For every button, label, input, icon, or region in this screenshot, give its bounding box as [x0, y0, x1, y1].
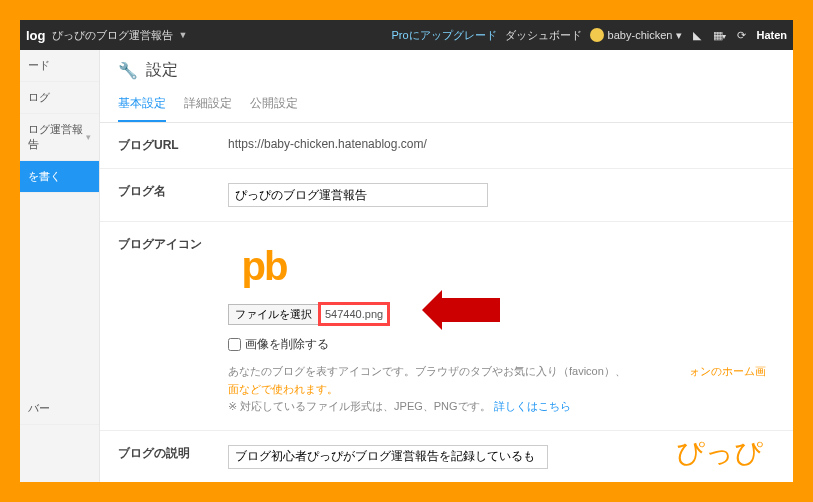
blog-dropdown-caret[interactable]: ▼ — [179, 30, 188, 40]
file-select-button[interactable]: ファイルを選択 — [228, 304, 319, 325]
selected-filename: 547440.png — [325, 308, 383, 320]
page-title: 設定 — [146, 60, 178, 81]
sync-icon[interactable]: ⟳ — [734, 29, 748, 42]
sidebar-item-write[interactable]: を書く — [20, 161, 99, 193]
page-header: 🔧 設定 — [100, 50, 793, 87]
user-caret-icon: ▾ — [676, 29, 682, 42]
label-blog-icon: ブログアイコン — [118, 236, 228, 416]
tab-publish[interactable]: 公開設定 — [250, 87, 298, 122]
annotation-arrow-icon — [440, 298, 500, 322]
icon-preview: pb — [228, 236, 300, 296]
hatena-logo[interactable]: Haten — [756, 29, 787, 41]
desc-text2: ※ 対応しているファイル形式は、JPEG、PNGです。 — [228, 400, 491, 412]
input-blog-name[interactable] — [228, 183, 488, 207]
input-blog-summary[interactable] — [228, 445, 548, 469]
bookmark-icon[interactable]: ◣ — [690, 29, 704, 42]
label-blog-name: ブログ名 — [118, 183, 228, 207]
icon-description: あなたのブログを表すアイコンです。ブラウザのタブやお気に入り（favicon）、… — [228, 363, 775, 416]
apps-grid-icon[interactable]: ▦▾ — [712, 29, 726, 42]
sidebar-item[interactable]: ード — [20, 50, 99, 82]
site-logo: log — [26, 28, 46, 43]
section-blog-name: ブログ名 — [100, 169, 793, 222]
delete-image-label: 画像を削除する — [245, 336, 329, 353]
username: baby-chicken — [608, 29, 673, 41]
main-content: 🔧 設定 基本設定 詳細設定 公開設定 ブログURL https://baby-… — [100, 50, 793, 482]
desc-text: あなたのブログを表すアイコンです。ブラウザのタブやお気に入り（favicon）、 — [228, 365, 626, 377]
sidebar-item[interactable]: ログ — [20, 82, 99, 114]
avatar-icon — [590, 28, 604, 42]
details-link[interactable]: 詳しくはこちら — [494, 400, 571, 412]
watermark: ぴっぴ — [676, 434, 763, 472]
delete-image-checkbox[interactable] — [228, 338, 241, 351]
label-blog-summary: ブログの説明 — [118, 445, 228, 469]
user-menu[interactable]: baby-chicken ▾ — [590, 28, 683, 42]
sidebar: ード ログ ログ運営報告 ▾ を書く バー — [20, 50, 100, 482]
sidebar-item[interactable]: バー — [20, 393, 99, 425]
section-blog-url: ブログURL https://baby-chicken.hatenablog.c… — [100, 123, 793, 169]
dashboard-link[interactable]: ダッシュボード — [505, 28, 582, 43]
label-blog-url: ブログURL — [118, 137, 228, 154]
tab-basic[interactable]: 基本設定 — [118, 87, 166, 122]
selected-filename-highlight: 547440.png — [318, 302, 390, 326]
section-blog-icon: ブログアイコン pb ファイルを選択 547440.png — [100, 222, 793, 431]
settings-tabs: 基本設定 詳細設定 公開設定 — [100, 87, 793, 123]
upgrade-link[interactable]: Proにアップグレード — [391, 28, 496, 43]
sidebar-item-label: ログ運営報告 — [28, 122, 86, 152]
chevron-down-icon: ▾ — [86, 132, 91, 142]
icon-preview-text: pb — [242, 244, 287, 289]
value-blog-url: https://baby-chicken.hatenablog.com/ — [228, 137, 775, 154]
sidebar-item[interactable]: ログ運営報告 ▾ — [20, 114, 99, 161]
wrench-icon: 🔧 — [118, 61, 138, 80]
blog-title[interactable]: ぴっぴのブログ運営報告 — [52, 28, 173, 43]
tab-advanced[interactable]: 詳細設定 — [184, 87, 232, 122]
top-bar: log ぴっぴのブログ運営報告 ▼ Proにアップグレード ダッシュボード ba… — [20, 20, 793, 50]
